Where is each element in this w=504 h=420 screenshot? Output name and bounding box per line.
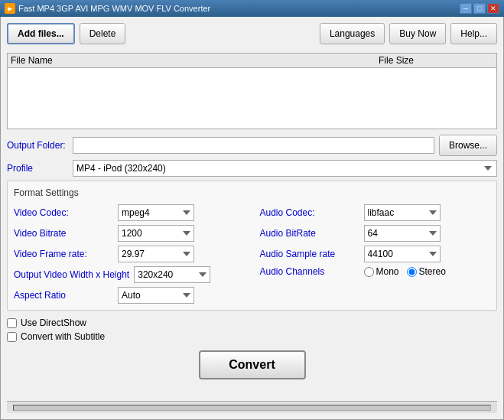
file-list-body[interactable] [8, 68, 496, 129]
output-folder-row: Output Folder: Browse... [7, 135, 497, 156]
video-framerate-select[interactable]: 29.97 25 24 [118, 246, 194, 262]
convert-row: Convert [7, 350, 497, 379]
col-filename-header: File Name [11, 55, 379, 66]
output-resolution-row: Output Video Width x Height 320x240 640x… [14, 266, 245, 283]
title-bar-controls: ─ □ ✕ [460, 3, 499, 14]
aspect-ratio-select[interactable]: Auto 4:3 16:9 [118, 287, 194, 304]
stereo-radio-input[interactable] [407, 267, 417, 277]
aspect-ratio-row: Aspect Ratio Auto 4:3 16:9 [14, 287, 245, 304]
status-bar [7, 401, 497, 413]
col-filesize-header: File Size [379, 55, 493, 66]
checkboxes: Use DirectShow Convert with Subtitle [7, 317, 497, 342]
audio-codec-row: Audio Codec: libfaac mp3 aac [260, 204, 491, 221]
mono-radio[interactable]: Mono [364, 266, 399, 277]
output-folder-label: Output Folder: [7, 140, 68, 151]
right-settings: Audio Codec: libfaac mp3 aac Audio BitRa… [260, 204, 491, 304]
buy-now-button[interactable]: Buy Now [389, 23, 446, 44]
video-codec-select[interactable]: mpeg4 h264 xvid [118, 204, 194, 221]
left-settings: Video Codec: mpeg4 h264 xvid Video Bitra… [14, 204, 245, 304]
stereo-radio[interactable]: Stereo [407, 266, 446, 277]
audio-samplerate-select[interactable]: 44100 22050 48000 [364, 246, 441, 262]
format-settings-title: Format Settings [14, 187, 490, 198]
use-directshow-label: Use DirectShow [21, 317, 86, 328]
minimize-button[interactable]: ─ [460, 3, 472, 14]
video-framerate-label: Video Frame rate: [14, 249, 113, 259]
audio-channels-row: Audio Channels Mono Stereo [260, 266, 491, 277]
close-button[interactable]: ✕ [487, 3, 499, 14]
output-folder-input[interactable] [73, 137, 434, 154]
languages-button[interactable]: Languages [320, 23, 385, 44]
format-settings: Format Settings Video Codec: mpeg4 h264 … [7, 181, 497, 311]
settings-grid: Video Codec: mpeg4 h264 xvid Video Bitra… [14, 204, 490, 304]
main-window: Add files... Delete Languages Buy Now He… [0, 17, 504, 420]
video-bitrate-row: Video Bitrate 1200 800 2000 [14, 225, 245, 242]
audio-channels-radio-group: Mono Stereo [364, 266, 446, 277]
title-bar-left: ▶ Fast MP4 3GP AVI MPG WMV MOV FLV Conve… [5, 3, 210, 14]
aspect-ratio-label: Aspect Ratio [14, 290, 113, 301]
audio-channels-label: Audio Channels [260, 266, 359, 277]
video-framerate-row: Video Frame rate: 29.97 25 24 [14, 246, 245, 262]
stereo-label: Stereo [419, 266, 446, 277]
mono-label: Mono [376, 266, 399, 277]
convert-subtitle-label: Convert with Subtitle [21, 331, 105, 342]
output-resolution-label: Output Video Width x Height [14, 269, 129, 280]
profile-row: Profile MP4 - iPod (320x240) [7, 160, 497, 177]
output-resolution-select[interactable]: 320x240 640x480 1280x720 [134, 266, 210, 283]
video-bitrate-label: Video Bitrate [14, 228, 113, 239]
audio-bitrate-select[interactable]: 64 128 192 [364, 225, 441, 242]
audio-codec-label: Audio Codec: [260, 207, 359, 218]
add-files-button[interactable]: Add files... [7, 23, 75, 44]
title-bar: ▶ Fast MP4 3GP AVI MPG WMV MOV FLV Conve… [0, 0, 504, 17]
use-directshow-input[interactable] [7, 318, 17, 328]
video-codec-row: Video Codec: mpeg4 h264 xvid [14, 204, 245, 221]
audio-bitrate-row: Audio BitRate 64 128 192 [260, 225, 491, 242]
audio-codec-select[interactable]: libfaac mp3 aac [364, 204, 441, 221]
audio-samplerate-label: Audio Sample rate [260, 249, 359, 259]
file-list: File Name File Size [7, 53, 497, 129]
profile-label: Profile [7, 163, 68, 174]
audio-bitrate-label: Audio BitRate [260, 228, 359, 239]
video-bitrate-select[interactable]: 1200 800 2000 [118, 225, 194, 242]
mono-radio-input[interactable] [364, 267, 374, 277]
convert-subtitle-checkbox[interactable]: Convert with Subtitle [7, 331, 497, 342]
progress-bar [13, 405, 491, 411]
use-directshow-checkbox[interactable]: Use DirectShow [7, 317, 497, 328]
browse-button[interactable]: Browse... [439, 135, 497, 156]
help-button[interactable]: Help... [450, 23, 497, 44]
video-codec-label: Video Codec: [14, 207, 113, 218]
delete-button[interactable]: Delete [80, 23, 126, 44]
profile-select[interactable]: MP4 - iPod (320x240) [73, 160, 497, 177]
toolbar: Add files... Delete Languages Buy Now He… [7, 23, 497, 49]
maximize-button[interactable]: □ [473, 3, 486, 14]
file-list-header: File Name File Size [8, 54, 496, 68]
app-title: Fast MP4 3GP AVI MPG WMV MOV FLV Convert… [18, 4, 210, 13]
audio-samplerate-row: Audio Sample rate 44100 22050 48000 [260, 246, 491, 262]
convert-button[interactable]: Convert [199, 350, 306, 379]
convert-subtitle-input[interactable] [7, 332, 17, 342]
app-icon: ▶ [5, 3, 15, 14]
